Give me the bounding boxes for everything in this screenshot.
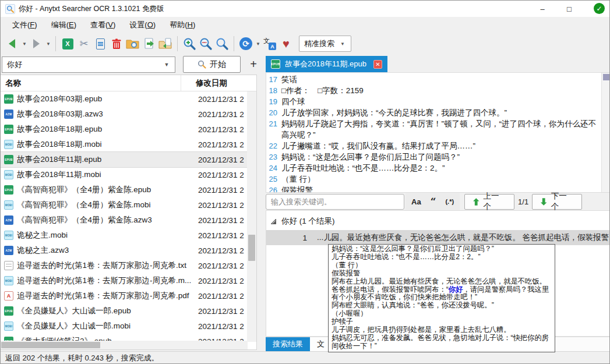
- previous-match-button[interactable]: 上一个: [464, 194, 514, 210]
- scrollbar-thumb[interactable]: [248, 235, 255, 261]
- result-row[interactable]: 1 ...儿园。最近她有些厌食，无论爸爸怎么哄，就是不吃饭。 爸爸抓起电话，假装…: [266, 230, 610, 245]
- mobi-file-icon: MOBI: [4, 140, 13, 149]
- search-icon: [198, 60, 206, 69]
- import-folder-icon[interactable]: [158, 35, 173, 52]
- file-name: 诡秘之主.azw3: [17, 245, 194, 256]
- file-row[interactable]: A追寻逝去的时光(第1卷：去斯万家那边-周克希.pdf2021/12/31 2: [1, 288, 248, 303]
- export-excel-icon[interactable]: X: [60, 35, 75, 52]
- file-modified-date: 2021/12/31 2: [194, 95, 244, 104]
- file-modified-date: 2021/12/31 2: [194, 140, 244, 149]
- file-row[interactable]: EPUB故事会2018年03期.epub2021/12/31 2: [1, 91, 248, 107]
- menu-item[interactable]: 查看(V): [83, 17, 122, 33]
- tooltip-line: （小喔喔）: [332, 310, 552, 318]
- file-row[interactable]: AZW故事会2018年03期.azw32021/12/31 2: [1, 107, 248, 122]
- find-keyword-input[interactable]: [266, 194, 404, 210]
- file-row[interactable]: EPUB故事会2018年11期.epub2021/12/31 2: [1, 152, 248, 167]
- file-row[interactable]: 追寻逝去的时光(第1卷：去斯万家那边-周克希.txt2021/12/31 2: [1, 258, 248, 273]
- file-row[interactable]: MOBI诡秘之主.mobi2021/12/31 2: [1, 228, 248, 243]
- mobi-file-icon: MOBI: [4, 200, 13, 210]
- file-row[interactable]: EPUB《高智商犯罪》（全4册）紫金陈.epub2021/12/31 2: [1, 182, 248, 197]
- column-header-name[interactable]: 名称: [1, 75, 181, 91]
- menu-item[interactable]: 设置(O): [122, 17, 163, 33]
- zoom-out-icon[interactable]: [198, 35, 213, 52]
- line-number: 18: [266, 85, 281, 96]
- line-number: 25: [266, 174, 281, 185]
- minimize-button[interactable]: –: [529, 1, 556, 17]
- copy-document-icon[interactable]: [93, 35, 108, 52]
- file-name: 《全员嫌疑人》大山诚一郎.mobi: [17, 321, 194, 331]
- back-dropdown-icon[interactable]: ▼: [21, 41, 28, 47]
- file-modified-date: 2021/12/31 2: [194, 201, 244, 210]
- search-query-combobox[interactable]: 你好 ▼: [2, 56, 175, 73]
- document-tab[interactable]: EPUB 故事会2018年11期.epub ✕: [266, 56, 387, 72]
- line-number: 26: [266, 185, 281, 193]
- scrollbar-thumb[interactable]: [603, 74, 609, 80]
- file-row[interactable]: MOBI《全员嫌疑人》大山诚一郎.mobi2021/12/31 2: [1, 319, 248, 334]
- menu-item[interactable]: 文件(F): [5, 17, 44, 33]
- file-name: 故事会2018年03期.epub: [17, 94, 194, 104]
- start-search-label: 开始: [210, 59, 226, 70]
- file-row[interactable]: AZW诡秘之主.azw32021/12/31 2: [1, 243, 248, 258]
- file-row[interactable]: EPUB《全员嫌疑人》大山诚一郎.epub2021/12/31 2: [1, 303, 248, 319]
- matched-keyword: 你好: [449, 285, 463, 294]
- file-list-horizontal-scrollbar[interactable]: [1, 341, 248, 349]
- tooltip-line: 阿布在上幼儿园。最近她有些厌食，无论爸爸怎么哄，就是不吃饭。: [332, 278, 552, 286]
- line-text: 笑话: [281, 74, 601, 85]
- delete-icon[interactable]: [109, 35, 124, 52]
- file-row[interactable]: MOBI追寻逝去的时光(第1卷：去斯万家那边-周克希.m...2021/12/3…: [1, 273, 248, 288]
- match-quote-button[interactable]: “: [431, 199, 436, 204]
- document-line: 23妈妈说：“这是怎么回事？是你们后卫出了问题吗？”: [266, 151, 601, 162]
- file-row[interactable]: MOBI故事会2018年11期.mobi2021/12/31 2: [1, 167, 248, 182]
- zoom-in-icon[interactable]: [182, 35, 197, 52]
- document-preview-panel[interactable]: 17笑话18□作者： □字数：215919四个球20儿子放学回家，对妈妈说：“今…: [266, 72, 610, 193]
- document-line: 20儿子放学回家，对妈妈说：“今天的足球比赛，我踢进了四个球。”: [266, 107, 601, 118]
- add-search-tab-button[interactable]: +: [245, 56, 262, 73]
- file-name: 故事会2018年03期.azw3: [17, 109, 194, 119]
- next-match-button[interactable]: 下一个: [532, 194, 582, 210]
- file-row[interactable]: AZW《高智商犯罪》（全4册）紫金陈.azw32021/12/31 2: [1, 213, 248, 228]
- app-logo-icon: [5, 4, 15, 14]
- translate-icon[interactable]: 文A: [262, 35, 277, 52]
- file-list-vertical-scrollbar[interactable]: [247, 91, 256, 342]
- column-header-date[interactable]: 修改日期: [181, 78, 227, 89]
- tab-search-results[interactable]: 搜索结果: [266, 337, 310, 351]
- refresh-icon[interactable]: ⟳: [238, 35, 253, 52]
- file-row[interactable]: MOBI《高智商犯罪》（全4册）紫金陈.mobi2021/12/31 2: [1, 197, 248, 213]
- editor-vertical-scrollbar[interactable]: [601, 73, 610, 192]
- forward-dropdown-icon[interactable]: ▼: [45, 41, 52, 47]
- back-icon[interactable]: [5, 35, 20, 52]
- file-list-header: 名称 修改日期: [1, 75, 256, 91]
- search-mode-select[interactable]: 精准搜索 ▼: [299, 36, 351, 52]
- file-name: 故事会2018年18期.mobi: [17, 139, 194, 150]
- epub-file-icon: EPUB: [4, 125, 13, 134]
- toolbar-separator: [234, 36, 234, 51]
- result-index: 1: [266, 234, 307, 242]
- donate-heart-icon[interactable]: ♥: [278, 35, 294, 52]
- scrollbar-thumb[interactable]: [1, 342, 100, 348]
- export-document-icon[interactable]: [142, 35, 157, 52]
- cut-icon[interactable]: ✂: [76, 35, 91, 52]
- file-name: 诡秘之主.mobi: [17, 230, 194, 241]
- start-search-button[interactable]: 开始: [183, 56, 241, 73]
- search-icon[interactable]: [214, 35, 230, 52]
- file-row[interactable]: EPUB故事会2018年18期.epub2021/12/31 2: [1, 122, 248, 137]
- open-folder-icon[interactable]: [125, 35, 140, 52]
- azw3-file-icon: AZW: [4, 109, 13, 119]
- document-tab-title: 故事会2018年11期.epub: [285, 59, 366, 69]
- refresh-dropdown-icon[interactable]: ▼: [255, 41, 262, 47]
- tab-close-icon[interactable]: ✕: [373, 60, 382, 69]
- file-name: 《全员嫌疑人》大山诚一郎.epub: [17, 306, 194, 316]
- regex-button[interactable]: (.*): [445, 198, 454, 205]
- result-group-row[interactable]: 你好 (1 个结果): [266, 211, 610, 230]
- menu-item[interactable]: 帮助(H): [163, 17, 202, 33]
- file-row[interactable]: MOBI故事会2018年18期.mobi2021/12/31 2: [1, 137, 248, 152]
- status-bar: 返回 202 个结果，耗时 0.243 秒，搜索完成。: [1, 351, 609, 364]
- document-line: 21妈妈朝儿子跷起了大拇指，夸奖道：“真厉害！”顿了顿，又问，“进了四个球，你为…: [266, 118, 601, 140]
- forward-icon[interactable]: [29, 35, 44, 52]
- arrow-up-icon: [473, 198, 479, 206]
- maximize-button[interactable]: □: [556, 1, 583, 17]
- match-case-button[interactable]: Aa: [411, 197, 421, 206]
- line-number: 21: [266, 118, 281, 140]
- menu-item[interactable]: 编辑(E): [44, 17, 83, 33]
- line-number: 20: [266, 107, 281, 118]
